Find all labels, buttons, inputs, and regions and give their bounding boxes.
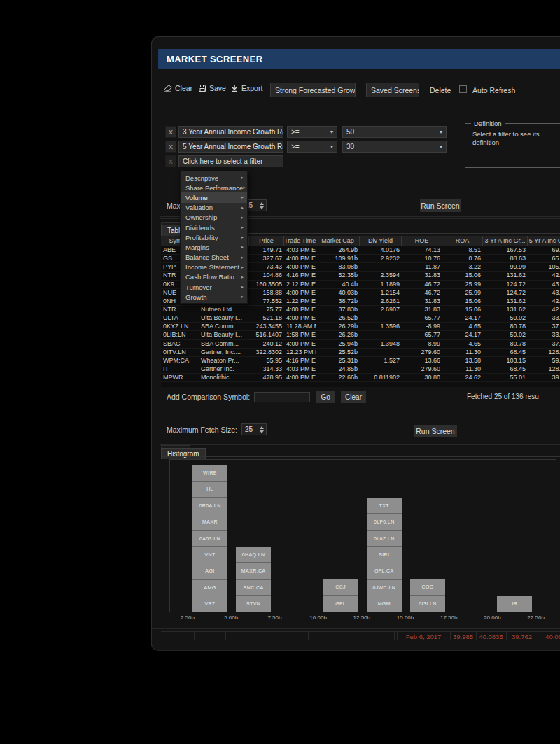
histogram-bar-segment[interactable]: MAXR (192, 514, 227, 530)
menu-item-volume[interactable]: Volume▸ (181, 192, 247, 202)
cell: 30.80 (402, 374, 442, 381)
table-row[interactable]: ULTAUlta Beauty I...521.184:00 PM E...26… (161, 314, 560, 323)
cell: 55.95 (249, 357, 284, 365)
filter-field[interactable]: 3 Year Annual Income Growth Rate (178, 126, 284, 138)
histogram-bar-segment[interactable]: GFL:CA (367, 563, 402, 579)
max-fetch-size-input[interactable]: 25 (241, 423, 267, 435)
saved-screens-select[interactable]: Saved Screens ▾ (366, 83, 419, 97)
column-header[interactable]: Div Yield (360, 236, 402, 246)
menu-item-turnover[interactable]: Turnover▸ (181, 282, 247, 292)
histogram-bar-segment[interactable]: MAXR:CA (236, 562, 271, 579)
cell: 24.85b (316, 365, 360, 373)
histogram-bar-segment[interactable]: AMG (192, 579, 227, 595)
column-header[interactable]: Market Cap (316, 236, 360, 246)
column-header[interactable]: Price (249, 236, 284, 246)
auto-refresh-checkbox[interactable] (459, 85, 467, 93)
spinner-arrows-icon[interactable] (260, 202, 266, 209)
histogram-bar-segment[interactable]: MGM (367, 596, 402, 612)
menu-item-margins[interactable]: Margins▸ (181, 242, 247, 252)
histogram-bar-segment[interactable]: TXT (367, 498, 402, 513)
cell: 25.99 (442, 281, 483, 288)
cell (402, 382, 442, 387)
histogram-bar-segment[interactable]: GFL (323, 595, 358, 612)
cell: 8.51 (442, 246, 483, 254)
export-button[interactable]: Export (230, 84, 262, 92)
table-row[interactable]: ITGartner Inc.314.334:03 PM E...24.85b27… (161, 365, 560, 374)
cell: 4:16 PM E... (284, 357, 316, 365)
delete-button[interactable]: Delete (430, 86, 451, 94)
filter-field[interactable]: 5 Year Annual Income Growth Rate (178, 141, 284, 153)
menu-item-growth[interactable]: Growth▸ (181, 292, 247, 302)
table-row[interactable]: 0LIB:LNUlta Beauty I...516.14071:58 PM E… (161, 331, 560, 339)
add-filter-field[interactable]: Click here to select a filter (178, 155, 284, 167)
comparison-symbol-input[interactable] (254, 392, 310, 402)
table-row[interactable]: 0ITV:LNGartner, Inc....322.830212:23 PM … (161, 349, 560, 357)
histogram-bar-segment[interactable]: STVN (236, 595, 271, 612)
cell: Gartner, Inc.... (199, 349, 249, 356)
menu-item-share-performance[interactable]: Share Performance▸ (181, 183, 247, 192)
menu-item-label: Volume (186, 194, 208, 202)
background-quote-row: Feb 6, 201739.98540.083539.76240.06 (161, 631, 560, 640)
histogram-bar-segment[interactable]: 0JWC:LN (367, 579, 402, 595)
menu-item-valuation[interactable]: Valuation▸ (181, 203, 247, 213)
go-button[interactable]: Go (316, 391, 335, 403)
table-row[interactable]: NTRNutrien Ltd.75.774:00 PM E...37.83b2.… (161, 306, 560, 314)
column-header[interactable]: 3 Yr A Inc Gr... (483, 236, 528, 246)
histogram-bar-segment[interactable]: VRT (192, 596, 227, 612)
histogram-bar-segment[interactable]: VNT (192, 546, 227, 562)
histogram-bar-segment[interactable]: AGI (192, 563, 227, 579)
histogram-bar-segment[interactable]: SNC:CA (236, 579, 271, 596)
histogram-bar-segment[interactable]: IR (497, 596, 532, 612)
remove-filter-button[interactable]: X (165, 126, 176, 138)
cell: 65.05 (528, 255, 560, 262)
menu-item-descriptive[interactable]: Descriptive▸ (181, 173, 247, 183)
menu-item-cash-flow-ratio[interactable]: Cash Flow Ratio▸ (181, 272, 247, 282)
menu-item-dividends[interactable]: Dividends▸ (181, 223, 247, 232)
cell: 68.45 (483, 349, 528, 356)
table-row[interactable]: SBACSBA Comm...240.124:00 PM E...25.94b1… (161, 340, 560, 349)
run-screen-button[interactable]: Run Screen (414, 425, 457, 437)
clear-button[interactable]: Clear (164, 84, 192, 92)
menu-item-balance-sheet[interactable]: Balance Sheet▸ (181, 253, 247, 262)
cell: SBAC (161, 340, 199, 348)
window-titlebar[interactable]: MARKET SCREENER (158, 49, 560, 69)
histogram-bar-segment[interactable]: 0I3I:LN (410, 595, 445, 612)
screen-type-select[interactable]: Strong Forecasted Growth ▾ (270, 83, 356, 97)
menu-item-income-statement[interactable]: Income Statement▸ (181, 262, 247, 272)
histogram-bar: 0HAQ:LNMAXR:CASNC:CASTVN (236, 547, 271, 612)
histogram-bar-segment[interactable]: 0HAQ:LN (236, 547, 271, 563)
histogram-bar-segment[interactable]: HL (192, 481, 227, 497)
filter-value-select[interactable]: 50 ▾ (342, 126, 447, 138)
column-header[interactable]: ROA (442, 236, 483, 246)
histogram-bar-segment[interactable]: SIRI (367, 546, 402, 562)
filter-value-select[interactable]: 30 ▾ (342, 141, 447, 153)
filter-operator-select[interactable]: >= ▾ (287, 141, 337, 153)
histogram-bar-segment[interactable]: 0L6Z:LN (367, 530, 402, 546)
cell: 167.53 (483, 246, 528, 254)
histogram-bar-segment[interactable]: COO (410, 579, 445, 595)
histogram-bar-segment[interactable]: 0LF0:LN (367, 513, 402, 529)
cell: 12:23 PM E... (284, 349, 316, 356)
cell: MPWR (161, 374, 199, 381)
histogram-bar-segment[interactable]: CCJ (323, 579, 358, 595)
column-header[interactable]: 5 Yr A Inc G... (528, 236, 560, 246)
table-row[interactable]: 0KYZ:LNSBA Comm...243.345511:28 AM E...2… (161, 323, 560, 331)
run-screen-button[interactable]: Run Screen (420, 199, 461, 212)
table-row[interactable]: WPM:CAWheaton Pr...55.954:16 PM E...25.3… (161, 357, 560, 365)
column-header[interactable]: ROE (402, 236, 442, 246)
histogram-bar-segment[interactable]: 0A53:LN (192, 530, 227, 546)
clear-comparison-button[interactable]: Clear (341, 391, 366, 403)
remove-filter-button[interactable]: X (165, 141, 176, 153)
spinner-arrows-icon[interactable] (260, 426, 266, 433)
save-button[interactable]: Save (198, 84, 226, 92)
column-header[interactable]: Trade Time (284, 236, 316, 246)
histogram-bar-segment[interactable]: 0R0A:LN (192, 497, 227, 513)
tab-histogram[interactable]: Histogram (161, 448, 206, 459)
table-row[interactable] (161, 382, 560, 387)
menu-item-profitability[interactable]: Profitability▸ (181, 232, 247, 242)
table-row[interactable]: MPWRMonolithic ...478.954:00 PM E...22.6… (161, 374, 560, 382)
filter-operator-select[interactable]: >= ▾ (287, 126, 337, 138)
menu-item-ownership[interactable]: Ownership▸ (181, 213, 247, 223)
cell: 124.72 (483, 289, 528, 297)
histogram-bar-segment[interactable]: WIRE (192, 465, 227, 480)
